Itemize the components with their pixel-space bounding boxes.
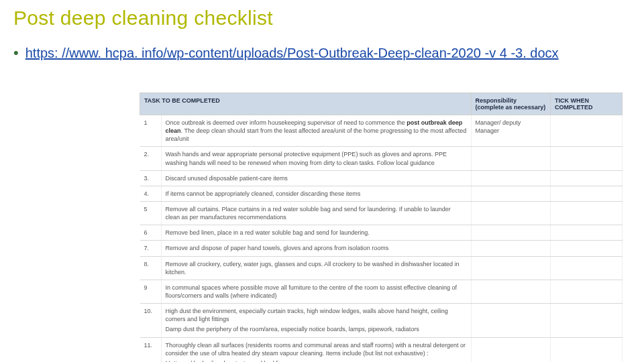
col-task: TASK TO BE COMPLETED [140, 93, 472, 115]
col-tick: TICK WHEN COMPLETED [550, 93, 622, 115]
row-task: Remove all curtains. Place curtains in a… [161, 201, 471, 225]
checklist-table: TASK TO BE COMPLETED Responsibility (com… [140, 93, 623, 362]
row-task: Thoroughly clean all surfaces (residents… [161, 337, 471, 362]
row-tick [550, 280, 622, 303]
row-resp [471, 186, 550, 201]
row-tick [550, 225, 622, 241]
table-row: 4.If items cannot be appropriately clean… [140, 186, 623, 201]
row-tick [550, 115, 622, 147]
row-number: 5 [140, 201, 162, 225]
row-number: 2. [140, 147, 162, 170]
row-task: In communal spaces where possible move a… [161, 280, 471, 303]
row-number: 10. [140, 304, 162, 337]
checklist-figure: TASK TO BE COMPLETED Responsibility (com… [140, 93, 623, 362]
row-resp [471, 147, 550, 170]
row-number: 11. [140, 337, 162, 362]
row-resp [471, 170, 550, 186]
row-number: 7. [140, 241, 162, 256]
row-resp [471, 225, 550, 241]
table-row: 6Remove bed linen, place in a red water … [140, 225, 623, 241]
bullet-icon: • [13, 46, 19, 60]
row-resp [471, 201, 550, 225]
table-row: 8.Remove all crockery, cutlery, water ju… [140, 256, 623, 280]
row-resp [471, 280, 550, 303]
row-task: Discard unused disposable patient-care i… [161, 170, 471, 186]
row-tick [550, 241, 622, 256]
row-resp [471, 256, 550, 280]
table-row: 3.Discard unused disposable patient-care… [140, 170, 623, 186]
row-number: 4. [140, 186, 162, 201]
bullet-item: • https: //www. hcpa. info/wp-content/up… [13, 44, 632, 62]
row-resp [471, 241, 550, 256]
row-tick [550, 201, 622, 225]
row-resp [471, 337, 550, 362]
row-task: Remove all crockery, cutlery, water jugs… [161, 256, 471, 280]
row-task: Remove bed linen, place in a red water s… [161, 225, 471, 241]
slide: Post deep cleaning checklist • https: //… [0, 0, 644, 362]
table-row: 1Once outbreak is deemed over inform hou… [140, 115, 623, 147]
row-resp: Manager/ deputy Manager [471, 115, 550, 147]
row-number: 8. [140, 256, 162, 280]
row-task: Once outbreak is deemed over inform hous… [161, 115, 471, 147]
table-row: 2.Wash hands and wear appropriate person… [140, 147, 623, 170]
table-row: 7.Remove and dispose of paper hand towel… [140, 241, 623, 256]
table-row: 11.Thoroughly clean all surfaces (reside… [140, 337, 623, 362]
row-tick [550, 337, 622, 362]
row-tick [550, 186, 622, 201]
row-tick [550, 147, 622, 170]
header-row: TASK TO BE COMPLETED Responsibility (com… [140, 93, 623, 115]
row-number: 3. [140, 170, 162, 186]
table-row: 10.High dust the environment, especially… [140, 304, 623, 337]
row-tick [550, 256, 622, 280]
row-tick [550, 304, 622, 337]
row-task: Remove and dispose of paper hand towels,… [161, 241, 471, 256]
row-task: High dust the environment, especially cu… [161, 304, 471, 337]
row-resp [471, 304, 550, 337]
row-number: 1 [140, 115, 162, 147]
row-number: 6 [140, 225, 162, 241]
table-row: 9In communal spaces where possible move … [140, 280, 623, 303]
row-task: Wash hands and wear appropriate personal… [161, 147, 471, 170]
row-tick [550, 170, 622, 186]
row-task: If items cannot be appropriately cleaned… [161, 186, 471, 201]
col-resp: Responsibility (complete as necessary) [471, 93, 550, 115]
row-number: 9 [140, 280, 162, 303]
table-row: 5Remove all curtains. Place curtains in … [140, 201, 623, 225]
slide-title: Post deep cleaning checklist [13, 7, 632, 29]
doc-link[interactable]: https: //www. hcpa. info/wp-content/uplo… [25, 44, 559, 62]
